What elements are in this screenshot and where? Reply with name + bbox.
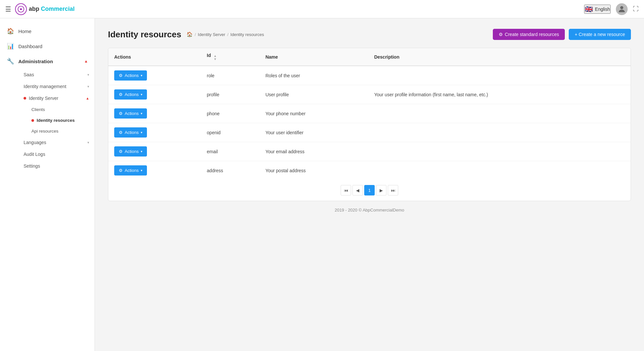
footer: 2019 - 2020 © AbpCommercialDemo <box>108 201 631 219</box>
pagination-prev[interactable]: ◀ <box>352 185 363 195</box>
create-standard-resources-button[interactable]: ⚙ Create standard resources <box>493 29 565 40</box>
table-cell-description <box>368 104 631 123</box>
sidebar-item-settings[interactable]: Settings <box>18 160 95 172</box>
identity-server-dot <box>24 97 26 100</box>
actions-button[interactable]: ⚙ Actions ▾ <box>114 89 147 100</box>
sidebar-item-identity-resources[interactable]: Identity resources <box>26 115 95 126</box>
saas-chevron-icon: ▾ <box>87 73 89 77</box>
table-cell-id: role <box>201 66 259 85</box>
breadcrumb-home-icon[interactable]: 🏠 <box>187 31 193 37</box>
language-label: English <box>595 7 610 12</box>
svg-point-1 <box>620 6 623 9</box>
sidebar-item-languages[interactable]: Languages ▾ <box>18 137 95 148</box>
table-cell-actions: ⚙ Actions ▾ <box>108 142 201 161</box>
sidebar-group-identity-server[interactable]: Identity Server ▲ <box>18 92 95 104</box>
actions-button[interactable]: ⚙ Actions ▾ <box>114 70 147 81</box>
col-header-description: Description <box>368 48 631 66</box>
fullscreen-button[interactable]: ⛶ <box>633 6 639 12</box>
table-cell-name: Roles of the user <box>259 66 368 85</box>
sidebar-item-api-resources[interactable]: Api resources <box>26 126 95 137</box>
language-button[interactable]: 🇬🇧 English <box>584 5 611 14</box>
table-cell-name: Your phone number <box>259 104 368 123</box>
dashboard-icon: 📊 <box>7 43 14 50</box>
table-cell-id: openid <box>201 123 259 142</box>
identity-mgmt-chevron-icon: ▾ <box>87 84 89 89</box>
sidebar-api-resources-label: Api resources <box>31 129 59 134</box>
table-cell-name: Your email address <box>259 142 368 161</box>
flag-icon: 🇬🇧 <box>585 5 593 13</box>
navbar-left: ☰ abp Commercial <box>5 3 75 15</box>
sidebar-saas-label: Saas <box>24 72 34 77</box>
table-cell-actions: ⚙ Actions ▾ <box>108 123 201 142</box>
table-cell-name: Your postal address <box>259 161 368 180</box>
table-cell-actions: ⚙ Actions ▾ <box>108 161 201 180</box>
breadcrumb: 🏠 / Identity Server / Identity resources <box>187 31 264 37</box>
sidebar: 🏠 Home 📊 Dashboard 🔧 Administration ▲ Sa… <box>0 18 95 351</box>
table-cell-id: email <box>201 142 259 161</box>
pagination-first[interactable]: ⏮ <box>341 185 351 195</box>
sidebar-group-administration[interactable]: 🔧 Administration ▲ <box>0 54 95 69</box>
actions-gear-icon: ⚙ <box>119 73 123 78</box>
table-cell-name: Your user identifier <box>259 123 368 142</box>
sidebar-item-saas[interactable]: Saas ▾ <box>18 69 95 81</box>
table-row: ⚙ Actions ▾ email Your email address <box>108 142 631 161</box>
table-cell-description <box>368 142 631 161</box>
sidebar-dashboard-label: Dashboard <box>18 44 42 49</box>
actions-gear-icon: ⚙ <box>119 130 123 135</box>
actions-label: Actions <box>125 149 139 154</box>
actions-gear-icon: ⚙ <box>119 168 123 173</box>
table-cell-id: profile <box>201 85 259 104</box>
breadcrumb-identity-server[interactable]: Identity Server <box>198 32 225 37</box>
sidebar-audit-logs-label: Audit Logs <box>24 152 45 157</box>
sidebar-item-clients[interactable]: Clients <box>26 104 95 115</box>
col-header-actions: Actions <box>108 48 201 66</box>
actions-caret-icon: ▾ <box>141 112 142 115</box>
actions-gear-icon: ⚙ <box>119 111 123 116</box>
actions-caret-icon: ▾ <box>141 131 142 134</box>
avatar[interactable] <box>616 3 628 15</box>
table-header: Actions Id ▲▼ Name Description <box>108 48 631 66</box>
actions-button[interactable]: ⚙ Actions ▾ <box>114 127 147 138</box>
sort-icons-id: ▲▼ <box>213 54 217 61</box>
main-content: Identity resources 🏠 / Identity Server /… <box>95 18 644 351</box>
footer-text: 2019 - 2020 © AbpCommercialDemo <box>335 208 404 212</box>
table-row: ⚙ Actions ▾ openid Your user identifier <box>108 123 631 142</box>
create-new-resource-button[interactable]: + Create a new resource <box>569 29 631 40</box>
gear-icon: ⚙ <box>499 32 503 37</box>
navbar-right: 🇬🇧 English ⛶ <box>584 3 639 15</box>
actions-button[interactable]: ⚙ Actions ▾ <box>114 108 147 119</box>
table-row: ⚙ Actions ▾ address Your postal address <box>108 161 631 180</box>
logo-text: abp Commercial <box>29 6 75 12</box>
table-cell-description: Your user profile information (first nam… <box>368 85 631 104</box>
administration-chevron-icon: ▲ <box>84 59 88 64</box>
pagination-page-1[interactable]: 1 <box>364 185 375 195</box>
actions-caret-icon: ▾ <box>141 150 142 153</box>
actions-button[interactable]: ⚙ Actions ▾ <box>114 165 147 176</box>
sidebar-item-audit-logs[interactable]: Audit Logs <box>18 148 95 160</box>
actions-label: Actions <box>125 111 139 116</box>
sidebar-administration-label: Administration <box>18 59 53 64</box>
actions-button[interactable]: ⚙ Actions ▾ <box>114 146 147 157</box>
sidebar-item-dashboard[interactable]: 📊 Dashboard <box>0 39 95 54</box>
pagination-next[interactable]: ▶ <box>376 185 386 195</box>
logo-icon <box>15 3 27 15</box>
identity-server-chevron-icon: ▲ <box>86 96 89 100</box>
home-icon: 🏠 <box>7 28 14 35</box>
sidebar-home-label: Home <box>18 28 31 34</box>
page-header-right: ⚙ Create standard resources + Create a n… <box>493 29 631 40</box>
page-title: Identity resources <box>108 29 181 40</box>
page-header: Identity resources 🏠 / Identity Server /… <box>108 29 631 40</box>
wrench-icon: 🔧 <box>7 58 14 65</box>
sidebar-item-identity-management[interactable]: Identity management ▾ <box>18 81 95 92</box>
breadcrumb-sep1: / <box>195 32 196 37</box>
table-cell-id: phone <box>201 104 259 123</box>
pagination-last[interactable]: ⏭ <box>388 185 398 195</box>
sidebar-item-home[interactable]: 🏠 Home <box>0 24 95 39</box>
hamburger-menu[interactable]: ☰ <box>5 5 11 13</box>
table-row: ⚙ Actions ▾ phone Your phone number <box>108 104 631 123</box>
table-row: ⚙ Actions ▾ profile User profile Your us… <box>108 85 631 104</box>
col-header-id[interactable]: Id ▲▼ <box>201 48 259 66</box>
table-cell-actions: ⚙ Actions ▾ <box>108 104 201 123</box>
breadcrumb-current: Identity resources <box>230 32 264 37</box>
table-body: ⚙ Actions ▾ role Roles of the user ⚙ Act… <box>108 66 631 180</box>
